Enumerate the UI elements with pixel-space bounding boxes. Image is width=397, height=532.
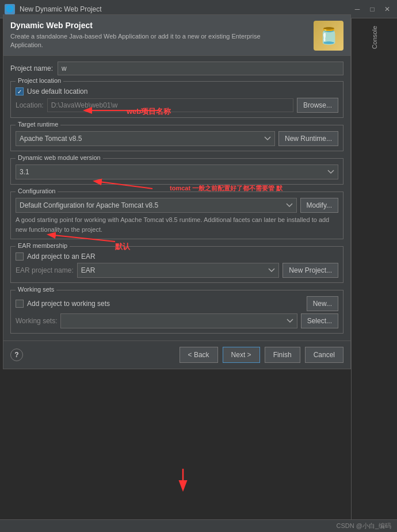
- console-panel: Console: [351, 14, 397, 532]
- dialog-subtitle: Create a standalone Java-based Web Appli…: [10, 32, 264, 50]
- add-to-ear-label: Add project to an EAR: [27, 252, 96, 261]
- use-default-location-row: ✓ Use default location: [16, 87, 338, 95]
- location-label: Location:: [16, 101, 44, 109]
- finish-button[interactable]: Finish: [265, 347, 300, 363]
- dynamic-web-module-section: Dynamic web module version 3.1 3.0 2.5 2…: [10, 158, 343, 185]
- cancel-button[interactable]: Cancel: [305, 347, 343, 363]
- minimize-button[interactable]: ─: [352, 4, 362, 14]
- console-label: Console: [371, 26, 378, 49]
- maximize-button[interactable]: □: [367, 4, 377, 14]
- add-to-working-sets-label: Add project to working sets: [27, 300, 110, 308]
- modify-button[interactable]: Modify...: [300, 198, 338, 213]
- new-working-set-button[interactable]: New...: [307, 296, 338, 311]
- help-button[interactable]: ?: [10, 349, 23, 361]
- status-text: CSDN @小白_编码: [336, 522, 391, 530]
- configuration-row: Default Configuration for Apache Tomcat …: [16, 198, 338, 213]
- working-sets-legend: Working sets: [16, 286, 56, 293]
- target-runtime-select[interactable]: Apache Tomcat v8.5 Apache Tomcat v9.0 No…: [16, 131, 275, 146]
- configuration-legend: Configuration: [16, 187, 58, 194]
- status-bar: CSDN @小白_编码: [0, 519, 397, 532]
- configuration-select[interactable]: Default Configuration for Apache Tomcat …: [16, 198, 297, 213]
- project-name-input[interactable]: [58, 62, 343, 75]
- dialog-header-icon: 🫙: [314, 21, 343, 51]
- browse-button[interactable]: Browse...: [297, 98, 338, 113]
- target-runtime-row: Apache Tomcat v8.5 Apache Tomcat v9.0 No…: [16, 131, 338, 146]
- working-sets-select[interactable]: [60, 313, 297, 328]
- ear-membership-section: EAR membership Add project to an EAR EAR…: [10, 246, 343, 283]
- back-button[interactable]: < Back: [180, 347, 218, 363]
- ear-project-name-select[interactable]: EAR: [77, 263, 280, 278]
- ear-membership-legend: EAR membership: [16, 242, 70, 249]
- ear-project-name-label: EAR project name:: [16, 266, 74, 274]
- configuration-description: A good starting point for working with A…: [16, 215, 338, 234]
- title-bar-controls: ─ □ ✕: [352, 4, 392, 14]
- new-runtime-button[interactable]: New Runtime...: [278, 131, 338, 146]
- dialog-icon-small: 🌐: [5, 4, 15, 14]
- target-runtime-section: Target runtime Apache Tomcat v8.5 Apache…: [10, 125, 343, 151]
- use-default-location-checkbox[interactable]: ✓: [16, 87, 24, 95]
- dialog-title: Dynamic Web Project: [10, 21, 308, 30]
- project-name-label: Project name:: [10, 64, 53, 72]
- project-location-section: Project location ✓ Use default location …: [10, 81, 343, 118]
- new-project-button[interactable]: New Project...: [283, 263, 338, 278]
- working-sets-section: Working sets Add project to working sets…: [10, 290, 343, 334]
- select-working-set-button[interactable]: Select...: [301, 313, 338, 328]
- target-runtime-legend: Target runtime: [16, 121, 60, 128]
- new-dynamic-web-project-dialog: Dynamic Web Project Create a standalone …: [3, 14, 351, 369]
- dynamic-web-module-legend: Dynamic web module version: [16, 154, 103, 161]
- close-button[interactable]: ✕: [382, 4, 392, 14]
- dynamic-web-module-row: 3.1 3.0 2.5 2.4: [16, 164, 338, 179]
- project-name-row: Project name:: [10, 62, 343, 75]
- use-default-location-label: Use default location: [27, 87, 87, 95]
- next-button[interactable]: Next >: [223, 347, 260, 363]
- working-sets-row: Working sets: Select...: [16, 313, 338, 328]
- location-row: Location: Browse...: [16, 98, 338, 113]
- add-to-ear-checkbox[interactable]: [16, 252, 24, 261]
- add-to-working-sets-row: Add project to working sets: [16, 300, 110, 308]
- dialog-footer: ? < Back Next > Finish Cancel: [3, 340, 350, 369]
- dynamic-web-module-select[interactable]: 3.1 3.0 2.5 2.4: [16, 164, 338, 179]
- add-to-ear-row: Add project to an EAR: [16, 252, 338, 261]
- dialog-header: Dynamic Web Project Create a standalone …: [3, 15, 350, 56]
- add-to-working-sets-checkbox[interactable]: [16, 300, 24, 308]
- ear-project-name-row: EAR project name: EAR New Project...: [16, 263, 338, 278]
- configuration-section: Configuration Default Configuration for …: [10, 192, 343, 239]
- title-bar-text: New Dynamic Web Project: [20, 5, 352, 13]
- dialog-body: Project name: Project location ✓ Use def…: [3, 56, 350, 340]
- location-input[interactable]: [47, 98, 293, 112]
- working-sets-label: Working sets:: [16, 317, 57, 325]
- project-location-legend: Project location: [16, 77, 63, 84]
